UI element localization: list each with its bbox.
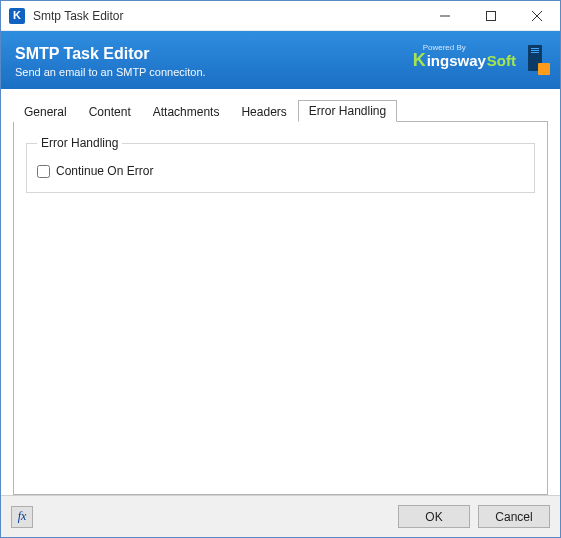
svg-rect-1 bbox=[487, 11, 496, 20]
expression-button[interactable]: fx bbox=[11, 506, 33, 528]
tab-content[interactable]: Content bbox=[78, 101, 142, 122]
brand-logo: Powered By KingswaySoft bbox=[413, 43, 516, 71]
content-area: General Content Attachments Headers Erro… bbox=[1, 89, 560, 495]
server-icon bbox=[528, 45, 550, 75]
tab-attachments[interactable]: Attachments bbox=[142, 101, 231, 122]
dialog-footer: fx OK Cancel bbox=[1, 495, 560, 537]
maximize-button[interactable] bbox=[468, 1, 514, 30]
brand-suffix: Soft bbox=[487, 52, 516, 69]
continue-on-error-label[interactable]: Continue On Error bbox=[56, 164, 153, 178]
window-controls bbox=[422, 1, 560, 30]
maximize-icon bbox=[486, 11, 496, 21]
titlebar: K Smtp Task Editor bbox=[1, 1, 560, 31]
continue-on-error-checkbox[interactable] bbox=[37, 165, 50, 178]
minimize-icon bbox=[440, 11, 450, 21]
brand-prefix: K bbox=[413, 50, 426, 71]
brand-mid: ingsway bbox=[427, 52, 486, 69]
tab-headers[interactable]: Headers bbox=[230, 101, 297, 122]
app-icon: K bbox=[9, 8, 25, 24]
ok-button[interactable]: OK bbox=[398, 505, 470, 528]
tab-general[interactable]: General bbox=[13, 101, 78, 122]
minimize-button[interactable] bbox=[422, 1, 468, 30]
cancel-button[interactable]: Cancel bbox=[478, 505, 550, 528]
tabstrip: General Content Attachments Headers Erro… bbox=[13, 99, 548, 122]
brand-name: KingswaySoft bbox=[413, 50, 516, 71]
tab-error-handling[interactable]: Error Handling bbox=[298, 100, 397, 122]
tab-panel: Error Handling Continue On Error bbox=[13, 122, 548, 495]
error-handling-group: Error Handling Continue On Error bbox=[26, 136, 535, 193]
group-legend: Error Handling bbox=[37, 136, 122, 150]
window-title: Smtp Task Editor bbox=[33, 9, 422, 23]
close-icon bbox=[532, 11, 542, 21]
close-button[interactable] bbox=[514, 1, 560, 30]
header-band: SMTP Task Editor Send an email to an SMT… bbox=[1, 31, 560, 89]
continue-on-error-row: Continue On Error bbox=[37, 164, 524, 178]
